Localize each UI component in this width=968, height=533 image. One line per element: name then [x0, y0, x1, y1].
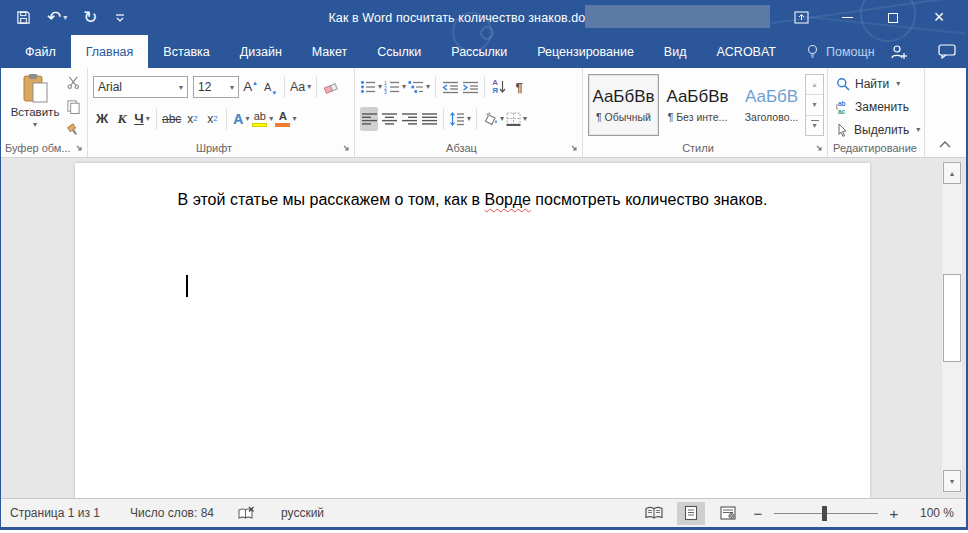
tab-layout[interactable]: Макет	[297, 35, 362, 68]
proofing-status-button[interactable]	[238, 506, 255, 521]
tab-mailings[interactable]: Рассылки	[436, 35, 522, 68]
zoom-level[interactable]: 100 %	[910, 506, 954, 520]
dropdown-arrow-icon[interactable]: ▾	[402, 83, 406, 91]
redo-button[interactable]: ↻	[83, 9, 97, 26]
dropdown-arrow-icon[interactable]: ▾	[63, 14, 67, 22]
tab-references[interactable]: Ссылки	[362, 35, 436, 68]
dropdown-arrow-icon[interactable]: ▾	[916, 125, 920, 134]
align-right-button[interactable]	[400, 107, 418, 131]
tab-view[interactable]: Вид	[649, 35, 702, 68]
read-mode-button[interactable]	[640, 502, 668, 525]
zoom-in-button[interactable]: +	[887, 505, 901, 522]
format-painter-button[interactable]	[62, 121, 84, 139]
tab-file[interactable]: Файл	[10, 35, 71, 68]
collapse-ribbon-button[interactable]	[938, 140, 952, 149]
sort-button[interactable]: А Я	[490, 75, 508, 99]
dropdown-arrow-icon[interactable]: ▾	[378, 83, 382, 91]
word-count[interactable]: Число слов: 84	[130, 506, 214, 520]
shrink-font-button[interactable]: А ▾	[261, 75, 279, 99]
change-case-button[interactable]: Aa ▾	[290, 75, 311, 99]
align-left-button[interactable]	[360, 107, 378, 131]
show-paragraph-marks-button[interactable]: ¶	[510, 75, 528, 99]
text-highlight-button[interactable]: ab ▾	[252, 107, 273, 131]
tab-review[interactable]: Рецензирование	[522, 35, 649, 68]
scroll-up-button[interactable]: ▴	[943, 162, 961, 184]
dropdown-arrow-icon[interactable]: ▾	[245, 115, 249, 123]
superscript-button[interactable]: x2	[203, 107, 221, 131]
borders-button[interactable]: ▾	[506, 107, 527, 131]
zoom-slider[interactable]	[774, 506, 878, 521]
select-button[interactable]: Выделить ▾	[832, 119, 924, 140]
print-layout-button[interactable]	[677, 502, 705, 525]
tab-home[interactable]: Главная	[71, 35, 149, 68]
document-page[interactable]: В этой статье мы расскажем о том, как в …	[75, 163, 870, 498]
text-effects-button[interactable]: А ▾	[232, 107, 250, 131]
gallery-more-button[interactable]: ▾	[806, 116, 823, 135]
styles-dialog-launcher[interactable]	[813, 142, 824, 153]
dropdown-arrow-icon[interactable]: ▾	[226, 83, 234, 92]
tab-acrobat[interactable]: ACROBAT	[701, 35, 791, 68]
paragraph-dialog-launcher[interactable]	[568, 142, 579, 153]
scrollbar-thumb[interactable]	[943, 274, 961, 362]
save-button[interactable]	[16, 10, 31, 25]
italic-button[interactable]: К	[113, 107, 131, 131]
style-normal[interactable]: АаБбВв ¶ Обычный	[588, 74, 659, 136]
tab-design[interactable]: Дизайн	[225, 35, 297, 68]
gallery-up-button[interactable]: ▴	[806, 75, 823, 95]
zoom-slider-thumb[interactable]	[822, 506, 827, 521]
dropdown-arrow-icon[interactable]: ▾	[523, 115, 527, 123]
dropdown-arrow-icon[interactable]: ▾	[175, 83, 183, 92]
language-indicator[interactable]: русский	[281, 506, 324, 520]
dropdown-arrow-icon[interactable]: ▾	[426, 83, 430, 91]
tab-insert[interactable]: Вставка	[148, 35, 224, 68]
shading-button[interactable]: ▾	[482, 107, 504, 131]
subscript-button[interactable]: x2	[183, 107, 201, 131]
grow-font-button[interactable]: А ▴	[241, 75, 259, 99]
find-button[interactable]: Найти ▾	[832, 73, 924, 94]
clear-formatting-button[interactable]	[322, 75, 340, 99]
dropdown-arrow-icon[interactable]: ▾	[500, 115, 504, 123]
bold-button[interactable]: Ж	[93, 107, 111, 131]
font-dialog-launcher[interactable]	[340, 142, 351, 153]
copy-button[interactable]	[62, 97, 84, 115]
dropdown-arrow-icon[interactable]: ▾	[146, 115, 150, 123]
undo-button[interactable]: ↶ ▾	[47, 9, 67, 26]
scroll-down-button[interactable]: ▾	[943, 470, 961, 492]
dropdown-arrow-icon[interactable]: ▾	[896, 79, 900, 88]
comments-button[interactable]	[938, 44, 956, 59]
numbering-button[interactable]: 123 ▾	[384, 75, 406, 99]
dropdown-arrow-icon[interactable]: ▾	[292, 115, 296, 123]
clipboard-dialog-launcher[interactable]	[73, 142, 84, 153]
vertical-scrollbar[interactable]: ▴ ▾	[941, 160, 963, 494]
decrease-indent-button[interactable]	[441, 75, 459, 99]
style-no-spacing[interactable]: АаБбВв ¶ Без инте...	[662, 74, 733, 136]
page-indicator[interactable]: Страница 1 из 1	[10, 506, 100, 520]
share-sign-in-button[interactable]	[890, 44, 908, 60]
font-name-combo[interactable]: Arial ▾	[93, 76, 188, 98]
cut-button[interactable]	[62, 73, 84, 91]
line-spacing-button[interactable]: ▾	[449, 107, 471, 131]
align-center-button[interactable]	[380, 107, 398, 131]
web-layout-button[interactable]	[714, 502, 742, 525]
replace-button[interactable]: abac Заменить	[832, 96, 924, 117]
zoom-out-button[interactable]: −	[751, 505, 765, 522]
customize-quick-access-button[interactable]	[114, 12, 126, 24]
gallery-down-button[interactable]: ▾	[806, 95, 823, 115]
minimize-button[interactable]	[824, 0, 870, 35]
font-color-button[interactable]: А ▾	[275, 107, 296, 131]
paste-button[interactable]: Вставить ▾	[7, 72, 63, 140]
strikethrough-button[interactable]: abc	[162, 107, 181, 131]
multilevel-list-button[interactable]: ▾	[408, 75, 430, 99]
increase-indent-button[interactable]	[461, 75, 479, 99]
font-size-combo[interactable]: 12 ▾	[193, 76, 239, 98]
style-heading-1[interactable]: АаБбВ Заголово...	[736, 74, 807, 136]
close-button[interactable]: ×	[916, 0, 962, 35]
justify-button[interactable]	[420, 107, 438, 131]
paste-dropdown-arrow-icon[interactable]: ▾	[33, 120, 37, 129]
maximize-button[interactable]	[870, 0, 916, 35]
dropdown-arrow-icon[interactable]: ▾	[467, 115, 471, 123]
ribbon-display-options-button[interactable]	[778, 0, 824, 35]
bullets-button[interactable]: ▾	[360, 75, 382, 99]
dropdown-arrow-icon[interactable]: ▾	[269, 115, 273, 123]
tell-me-box[interactable]: Помощн	[791, 35, 890, 68]
